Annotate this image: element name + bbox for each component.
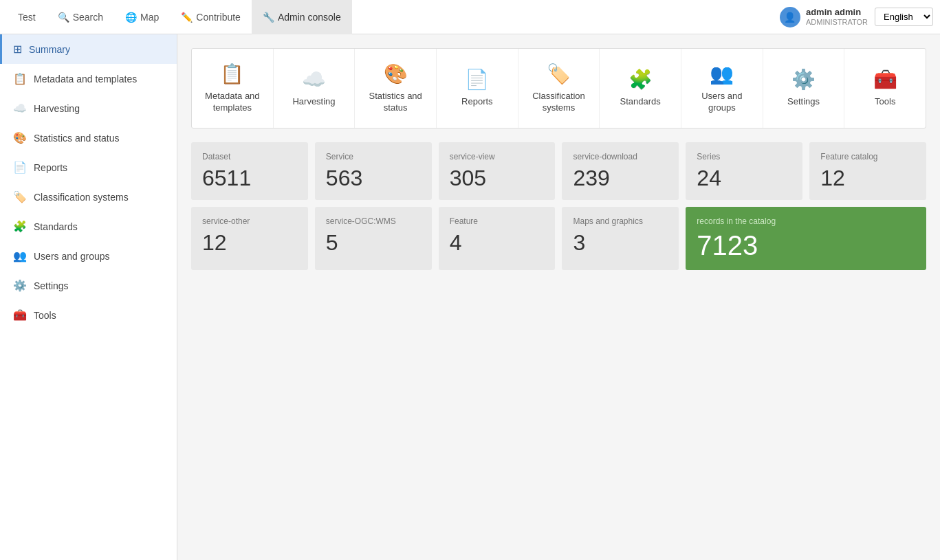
tools-card-label: Tools [875,96,895,108]
icon-card-statistics[interactable]: 🎨 Statistics and status [355,49,437,128]
main-content: 📋 Metadata and templates ☁️ Harvesting 🎨… [177,34,940,560]
sidebar-item-tools[interactable]: 🧰 Tools [0,300,177,330]
icon-card-tools[interactable]: 🧰 Tools [844,49,926,128]
stat-card-service-view[interactable]: service-view 305 [439,142,556,200]
sidebar-item-users[interactable]: 👥 Users and groups [0,241,177,271]
standards-card-label: Standards [620,96,661,108]
tools-card-icon: 🧰 [873,68,897,91]
sidebar-item-label: Metadata and templates [34,74,137,85]
nav-map-label: Map [140,12,159,23]
stat-feature-label: Feature [450,216,545,226]
stat-card-feature-catalog[interactable]: Feature catalog 12 [809,142,926,200]
language-select[interactable]: English French Spanish [875,8,933,26]
stat-service-value: 563 [326,167,421,189]
icon-grid: 📋 Metadata and templates ☁️ Harvesting 🎨… [191,48,926,128]
stat-card-service-ogcwms[interactable]: service-OGC:WMS 5 [315,207,432,270]
sidebar-item-classification[interactable]: 🏷️ Classification systems [0,182,177,212]
stat-feature-catalog-value: 12 [820,167,915,189]
stat-series-label: Series [697,152,791,161]
admin-info: 👤 admin admin ADMINISTRATOR [780,7,868,27]
metadata-card-label: Metadata and templates [202,91,263,114]
stat-total-label: records in the catalog [697,216,915,226]
stat-service-ogcwms-value: 5 [326,232,421,254]
sidebar-item-harvesting[interactable]: ☁️ Harvesting [0,93,177,123]
pencil-icon: ✏️ [181,12,193,23]
stat-card-total[interactable]: records in the catalog 7123 [686,207,926,270]
stat-card-service-other[interactable]: service-other 12 [191,207,308,270]
tag-icon: 🏷️ [13,190,27,203]
nav-search[interactable]: 🔍 Search [47,0,114,34]
search-icon: 🔍 [58,12,69,23]
top-nav-left: Test 🔍 Search 🌐 Map ✏️ Contribute 🔧 Admi… [7,0,780,34]
metadata-card-icon: 📋 [220,63,244,85]
admin-name: admin admin [806,7,868,18]
stat-dataset-label: Dataset [202,152,297,161]
top-nav-right: 👤 admin admin ADMINISTRATOR English Fren… [780,7,933,27]
stat-total-value: 7123 [697,232,915,259]
sidebar-item-label: Standards [34,221,78,232]
icon-card-reports[interactable]: 📄 Reports [437,49,518,128]
wrench-icon: 🔧 [263,12,274,23]
sidebar-item-label: Tools [34,310,56,321]
stat-service-view-label: service-view [450,152,545,161]
tools-icon: 🧰 [13,309,27,322]
nav-test[interactable]: Test [7,0,47,34]
nav-contribute-label: Contribute [196,12,241,23]
statistics-card-label: Statistics and status [365,91,426,114]
sidebar-item-metadata[interactable]: 📋 Metadata and templates [0,64,177,93]
icon-card-settings[interactable]: ⚙️ Settings [763,49,845,128]
metadata-icon: 📋 [13,72,27,85]
stat-card-service[interactable]: Service 563 [315,142,432,200]
classification-card-icon: 🏷️ [547,63,571,85]
grid-icon: ⊞ [13,43,22,56]
stat-service-download-value: 239 [573,167,668,189]
stat-card-series[interactable]: Series 24 [686,142,802,200]
stat-service-label: Service [326,152,421,161]
stat-service-other-label: service-other [202,216,297,226]
icon-card-users[interactable]: 👥 Users and groups [681,49,763,128]
stat-maps-label: Maps and graphics [573,216,668,226]
users-card-icon: 👥 [710,63,734,85]
icon-card-standards[interactable]: 🧩 Standards [600,49,681,128]
settings-card-label: Settings [787,96,820,108]
icon-card-metadata[interactable]: 📋 Metadata and templates [192,49,274,128]
nav-map[interactable]: 🌐 Map [114,0,170,34]
stat-card-service-download[interactable]: service-download 239 [562,142,679,200]
stat-service-download-label: service-download [573,152,668,161]
cloud-icon: ☁️ [13,102,27,115]
users-icon: 👥 [13,249,27,262]
users-card-label: Users and groups [692,91,752,114]
nav-search-label: Search [73,12,103,23]
avatar: 👤 [780,7,800,27]
sidebar-item-label: Users and groups [34,251,110,262]
nav-admin-label: Admin console [278,12,341,23]
harvesting-card-label: Harvesting [292,96,335,108]
stat-service-other-value: 12 [202,232,297,254]
sidebar-item-label: Reports [34,162,67,173]
sidebar-item-statistics[interactable]: 🎨 Statistics and status [0,123,177,153]
icon-card-classification[interactable]: 🏷️ Classification systems [518,49,600,128]
sidebar-item-standards[interactable]: 🧩 Standards [0,212,177,241]
sidebar: ⊞ Summary 📋 Metadata and templates ☁️ Ha… [0,34,177,560]
sidebar-item-label: Classification systems [34,192,129,203]
sidebar-item-settings[interactable]: ⚙️ Settings [0,271,177,300]
stat-card-maps[interactable]: Maps and graphics 3 [562,207,679,270]
statistics-card-icon: 🎨 [384,63,408,85]
icon-card-harvesting[interactable]: ☁️ Harvesting [274,49,356,128]
sidebar-item-label: Harvesting [34,103,80,114]
nav-test-label: Test [18,12,36,23]
reports-card-label: Reports [461,96,493,108]
stat-feature-catalog-label: Feature catalog [820,152,915,161]
reports-card-icon: 📄 [465,68,489,91]
sidebar-item-summary[interactable]: ⊞ Summary [0,34,177,64]
sidebar-item-reports[interactable]: 📄 Reports [0,153,177,182]
standards-card-icon: 🧩 [629,68,653,91]
stat-series-value: 24 [697,167,791,189]
stat-card-feature[interactable]: Feature 4 [439,207,556,270]
nav-admin[interactable]: 🔧 Admin console [252,0,352,34]
stat-card-dataset[interactable]: Dataset 6511 [191,142,308,200]
palette-icon: 🎨 [13,131,27,144]
nav-contribute[interactable]: ✏️ Contribute [170,0,252,34]
sidebar-item-label: Settings [34,280,69,291]
classification-card-label: Classification systems [529,91,589,114]
